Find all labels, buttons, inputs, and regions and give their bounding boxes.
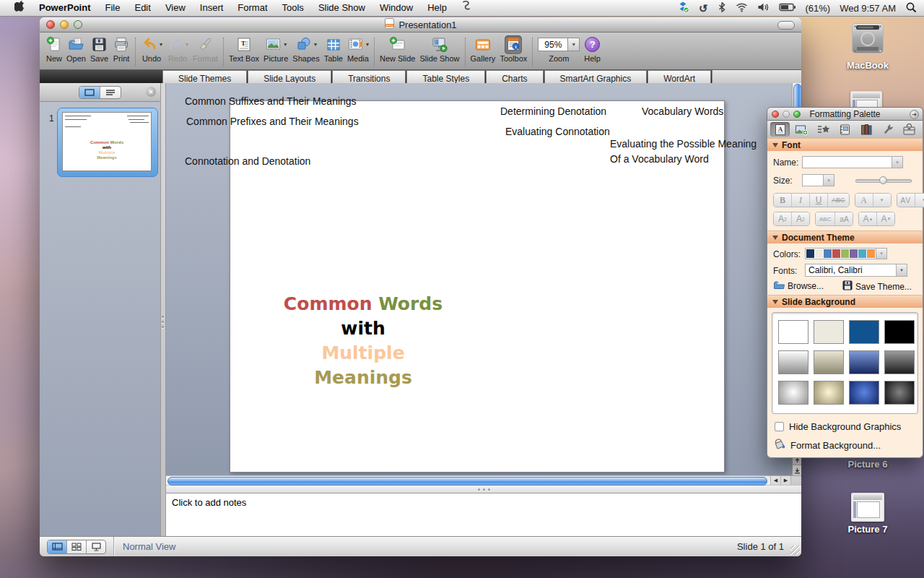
scroll-left-button[interactable]: ◀ bbox=[770, 476, 780, 485]
font-name-dropdown[interactable]: ▾ bbox=[892, 156, 903, 168]
menu-item-insert[interactable]: Insert bbox=[193, 0, 231, 16]
toolbox-button[interactable]: i Toolbox bbox=[500, 35, 527, 63]
slide-sorter-view-button[interactable] bbox=[67, 540, 87, 553]
bluetooth-icon[interactable] bbox=[718, 1, 726, 15]
menu-item-slide-show[interactable]: Slide Show bbox=[311, 0, 372, 16]
horizontal-scrollbar[interactable]: ◀ ▶ bbox=[166, 475, 801, 485]
help-button[interactable]: ? Help bbox=[584, 35, 601, 63]
print-button[interactable]: Print bbox=[113, 35, 130, 63]
gallery-button[interactable]: Gallery bbox=[471, 35, 496, 63]
palette-collapse-button[interactable]: ➜ bbox=[910, 110, 919, 119]
bold-button[interactable]: B bbox=[774, 194, 792, 207]
browse-theme-button[interactable]: Browse... bbox=[773, 280, 824, 292]
menu-item-help[interactable]: Help bbox=[420, 0, 454, 16]
next-slide-button[interactable] bbox=[793, 465, 801, 475]
notes-splitter[interactable] bbox=[166, 485, 801, 493]
minimize-button[interactable] bbox=[60, 20, 69, 29]
compatibility-report-tab[interactable] bbox=[879, 122, 898, 137]
shapes-button[interactable]: ▾ Shapes bbox=[292, 35, 319, 63]
font-size-field[interactable] bbox=[802, 174, 824, 186]
menu-item-file[interactable]: File bbox=[98, 0, 128, 16]
slides-view-button[interactable] bbox=[79, 87, 100, 98]
background-swatch[interactable] bbox=[849, 350, 879, 374]
character-spacing-dropdown[interactable]: ▾ bbox=[915, 194, 924, 207]
normal-view-button[interactable] bbox=[48, 540, 67, 553]
resize-grip[interactable] bbox=[790, 545, 800, 555]
grow-font-button[interactable]: A▲ bbox=[859, 212, 877, 225]
shapes-dropdown-caret[interactable]: ▾ bbox=[314, 41, 317, 48]
apple-menu[interactable] bbox=[7, 0, 32, 17]
picture-dropdown-caret[interactable]: ▾ bbox=[284, 41, 287, 48]
palette-close-button[interactable] bbox=[772, 111, 779, 118]
horizontal-scrollbar-thumb[interactable] bbox=[167, 477, 767, 486]
font-name-field[interactable] bbox=[802, 156, 892, 168]
text-box-button[interactable]: T Text Box bbox=[229, 35, 259, 63]
outline-view-button[interactable] bbox=[100, 87, 121, 98]
font-panel-tab[interactable]: A bbox=[770, 122, 790, 137]
change-case-button[interactable]: aA bbox=[835, 212, 853, 225]
slide-thumbnail[interactable]: Common Words with Multiple Meanings bbox=[57, 108, 158, 177]
new-slide-button[interactable]: New Slide bbox=[380, 35, 416, 63]
shrink-font-button[interactable]: A▼ bbox=[877, 212, 894, 225]
slide-text[interactable]: Evaluating the Possible Meaning bbox=[610, 138, 757, 150]
menu-item-tools[interactable]: Tools bbox=[275, 0, 311, 16]
wifi-icon[interactable] bbox=[736, 1, 748, 14]
slide-editing-area[interactable]: Common Suffixes and Their Meanings Commo… bbox=[166, 83, 792, 475]
background-swatch[interactable] bbox=[849, 381, 879, 405]
scroll-right-button[interactable]: ▶ bbox=[780, 476, 790, 485]
menu-item-format[interactable]: Format bbox=[230, 0, 274, 16]
slide-text[interactable]: Evaluating Connotation bbox=[505, 126, 610, 137]
zoom-value-field[interactable]: 95% bbox=[538, 38, 568, 51]
font-size-slider[interactable] bbox=[855, 179, 912, 183]
font-color-dropdown[interactable]: ▾ bbox=[873, 194, 891, 207]
character-spacing-button[interactable]: AV bbox=[897, 194, 916, 207]
background-swatch[interactable] bbox=[849, 320, 879, 344]
palette-titlebar[interactable]: Formatting Palette ➜ bbox=[767, 107, 923, 121]
menu-item-view[interactable]: View bbox=[158, 0, 193, 16]
slide-text[interactable]: Connotation and Denotation bbox=[185, 155, 310, 167]
slide-text[interactable]: Of a Vocabulary Word bbox=[610, 153, 709, 165]
project-palette-tab[interactable] bbox=[899, 122, 919, 137]
close-button[interactable] bbox=[46, 20, 55, 29]
background-swatch[interactable] bbox=[814, 350, 844, 374]
close-sidebar-button[interactable]: ✕ bbox=[146, 87, 156, 97]
scrapbook-tab[interactable] bbox=[835, 122, 855, 137]
sidebar-splitter[interactable] bbox=[160, 83, 166, 536]
undo-dropdown-caret[interactable]: ▾ bbox=[160, 41, 162, 48]
window-titlebar[interactable]: PPTX Presentation1 bbox=[40, 17, 801, 33]
zoom-dropdown-button[interactable]: ▾ bbox=[568, 38, 580, 51]
document-theme-section-header[interactable]: Document Theme bbox=[767, 230, 923, 243]
theme-fonts-dropdown[interactable]: ▾ bbox=[897, 264, 907, 277]
background-swatch[interactable] bbox=[778, 350, 808, 374]
menu-item-window[interactable]: Window bbox=[372, 0, 420, 16]
open-button[interactable]: Open bbox=[66, 35, 86, 63]
reference-tools-tab[interactable] bbox=[857, 122, 876, 137]
slide-background-section-header[interactable]: Slide Background bbox=[767, 295, 923, 308]
slide-text[interactable]: Common Suffixes and Their Meanings bbox=[185, 95, 357, 107]
slideshow-view-button[interactable] bbox=[87, 540, 105, 553]
menu-clock[interactable]: Wed 9:57 AM bbox=[840, 3, 896, 14]
new-button[interactable]: New bbox=[46, 35, 62, 63]
small-caps-button[interactable]: ABC bbox=[816, 212, 835, 225]
background-swatch[interactable] bbox=[778, 381, 808, 405]
menu-item-powerpoint[interactable]: PowerPoint bbox=[32, 0, 98, 16]
theme-colors-dropdown[interactable]: ▾ bbox=[876, 248, 887, 259]
zoom-button[interactable] bbox=[74, 20, 82, 29]
palette-zoom-button[interactable] bbox=[793, 111, 801, 118]
font-color-button[interactable]: A bbox=[855, 194, 873, 207]
hide-background-graphics-checkbox[interactable] bbox=[775, 422, 784, 431]
media-dropdown-caret[interactable]: ▾ bbox=[366, 41, 369, 48]
font-size-dropdown[interactable]: ▾ bbox=[824, 174, 834, 186]
background-swatch[interactable] bbox=[884, 381, 915, 405]
save-button[interactable]: Save bbox=[90, 35, 108, 63]
add-objects-tab[interactable] bbox=[792, 122, 811, 137]
superscript-button[interactable]: A2 bbox=[774, 212, 792, 225]
spotlight-icon[interactable] bbox=[905, 1, 917, 15]
font-size-slider-thumb[interactable] bbox=[879, 176, 887, 184]
slide-text[interactable]: Vocabulary Words bbox=[642, 105, 723, 117]
table-button[interactable]: Table bbox=[324, 35, 343, 63]
volume-icon[interactable] bbox=[757, 1, 770, 15]
underline-button[interactable]: U bbox=[810, 194, 828, 207]
background-swatch[interactable] bbox=[884, 320, 915, 344]
background-swatch[interactable] bbox=[814, 320, 844, 344]
